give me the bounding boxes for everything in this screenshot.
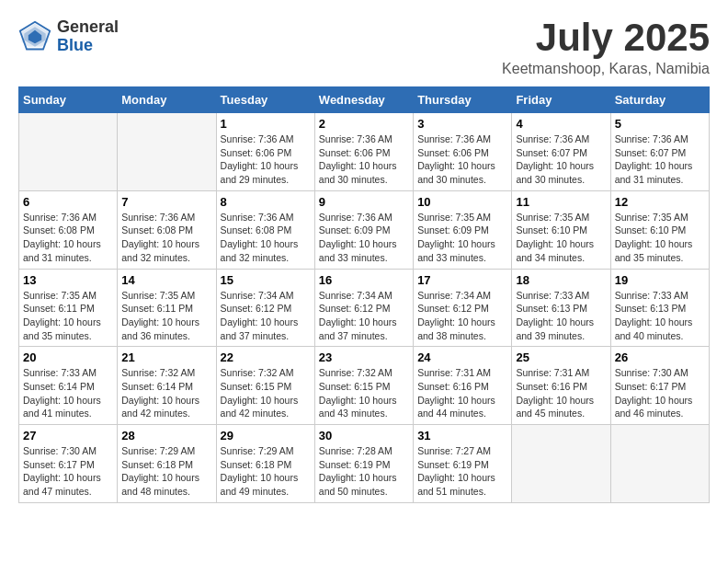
calendar-cell: 21Sunrise: 7:32 AMSunset: 6:14 PMDayligh… <box>118 347 216 425</box>
day-number: 11 <box>516 195 606 209</box>
calendar-cell: 11Sunrise: 7:35 AMSunset: 6:10 PMDayligh… <box>512 190 610 269</box>
logo-icon <box>18 20 51 53</box>
day-info: Sunrise: 7:35 AMSunset: 6:09 PMDaylight:… <box>417 211 507 265</box>
calendar-cell: 29Sunrise: 7:29 AMSunset: 6:18 PMDayligh… <box>216 425 314 503</box>
day-number: 30 <box>319 429 409 442</box>
calendar-cell: 23Sunrise: 7:32 AMSunset: 6:15 PMDayligh… <box>314 347 413 425</box>
calendar-table: SundayMondayTuesdayWednesdayThursdayFrid… <box>18 86 710 503</box>
calendar-cell: 17Sunrise: 7:34 AMSunset: 6:12 PMDayligh… <box>414 269 512 347</box>
calendar-cell: 26Sunrise: 7:30 AMSunset: 6:17 PMDayligh… <box>610 347 709 425</box>
day-info: Sunrise: 7:31 AMSunset: 6:16 PMDaylight:… <box>417 366 507 420</box>
calendar-cell: 22Sunrise: 7:32 AMSunset: 6:15 PMDayligh… <box>216 347 314 425</box>
calendar-week-row: 6Sunrise: 7:36 AMSunset: 6:08 PMDaylight… <box>19 190 710 269</box>
calendar-cell: 6Sunrise: 7:36 AMSunset: 6:08 PMDaylight… <box>19 190 118 269</box>
day-number: 19 <box>615 273 705 287</box>
calendar-cell: 4Sunrise: 7:36 AMSunset: 6:07 PMDaylight… <box>512 113 610 191</box>
day-number: 21 <box>121 350 211 364</box>
day-number: 16 <box>319 273 409 287</box>
day-info: Sunrise: 7:36 AMSunset: 6:06 PMDaylight:… <box>319 132 409 187</box>
day-number: 26 <box>615 350 705 364</box>
day-info: Sunrise: 7:36 AMSunset: 6:09 PMDaylight:… <box>319 211 409 265</box>
day-info: Sunrise: 7:36 AMSunset: 6:06 PMDaylight:… <box>221 132 311 187</box>
weekday-header: Monday <box>118 87 216 113</box>
logo-text: General Blue <box>57 18 119 55</box>
weekday-header: Saturday <box>610 87 709 113</box>
day-info: Sunrise: 7:27 AMSunset: 6:19 PMDaylight:… <box>417 444 507 499</box>
day-number: 29 <box>221 429 311 442</box>
calendar-week-row: 27Sunrise: 7:30 AMSunset: 6:17 PMDayligh… <box>19 425 710 503</box>
calendar-cell: 7Sunrise: 7:36 AMSunset: 6:08 PMDaylight… <box>118 190 216 269</box>
day-number: 7 <box>121 195 211 209</box>
calendar-cell: 2Sunrise: 7:36 AMSunset: 6:06 PMDaylight… <box>314 113 413 191</box>
day-number: 15 <box>221 273 311 287</box>
day-number: 14 <box>121 273 211 287</box>
day-info: Sunrise: 7:36 AMSunset: 6:08 PMDaylight:… <box>121 211 211 265</box>
day-number: 24 <box>417 350 507 364</box>
day-number: 8 <box>221 195 311 209</box>
weekday-header-row: SundayMondayTuesdayWednesdayThursdayFrid… <box>19 87 710 113</box>
day-info: Sunrise: 7:35 AMSunset: 6:11 PMDaylight:… <box>121 289 211 343</box>
day-info: Sunrise: 7:36 AMSunset: 6:06 PMDaylight:… <box>417 132 507 187</box>
day-info: Sunrise: 7:29 AMSunset: 6:18 PMDaylight:… <box>121 444 211 499</box>
day-number: 10 <box>417 195 507 209</box>
calendar-cell: 13Sunrise: 7:35 AMSunset: 6:11 PMDayligh… <box>19 269 118 347</box>
calendar-cell: 5Sunrise: 7:36 AMSunset: 6:07 PMDaylight… <box>610 113 709 191</box>
weekday-header: Sunday <box>19 87 118 113</box>
calendar-cell: 18Sunrise: 7:33 AMSunset: 6:13 PMDayligh… <box>512 269 610 347</box>
day-number: 9 <box>319 195 409 209</box>
day-info: Sunrise: 7:31 AMSunset: 6:16 PMDaylight:… <box>516 366 606 420</box>
calendar-cell: 9Sunrise: 7:36 AMSunset: 6:09 PMDaylight… <box>314 190 413 269</box>
calendar-cell: 12Sunrise: 7:35 AMSunset: 6:10 PMDayligh… <box>610 190 709 269</box>
day-info: Sunrise: 7:28 AMSunset: 6:19 PMDaylight:… <box>319 444 409 499</box>
day-number: 17 <box>417 273 507 287</box>
calendar-week-row: 1Sunrise: 7:36 AMSunset: 6:06 PMDaylight… <box>19 113 710 191</box>
title-block: July 2025 Keetmanshoop, Karas, Namibia <box>502 18 710 77</box>
calendar-cell: 24Sunrise: 7:31 AMSunset: 6:16 PMDayligh… <box>414 347 512 425</box>
day-number: 1 <box>221 117 311 131</box>
calendar-cell: 14Sunrise: 7:35 AMSunset: 6:11 PMDayligh… <box>118 269 216 347</box>
day-number: 5 <box>615 117 705 131</box>
calendar-subtitle: Keetmanshoop, Karas, Namibia <box>502 61 710 77</box>
calendar-cell: 31Sunrise: 7:27 AMSunset: 6:19 PMDayligh… <box>414 425 512 503</box>
calendar-cell: 3Sunrise: 7:36 AMSunset: 6:06 PMDaylight… <box>414 113 512 191</box>
day-info: Sunrise: 7:33 AMSunset: 6:13 PMDaylight:… <box>615 289 705 343</box>
calendar-cell: 1Sunrise: 7:36 AMSunset: 6:06 PMDaylight… <box>216 113 314 191</box>
day-info: Sunrise: 7:36 AMSunset: 6:08 PMDaylight:… <box>23 211 113 265</box>
calendar-cell: 20Sunrise: 7:33 AMSunset: 6:14 PMDayligh… <box>19 347 118 425</box>
day-info: Sunrise: 7:35 AMSunset: 6:10 PMDaylight:… <box>516 211 606 265</box>
day-number: 6 <box>23 195 113 209</box>
day-info: Sunrise: 7:33 AMSunset: 6:14 PMDaylight:… <box>23 366 113 420</box>
day-number: 18 <box>516 273 606 287</box>
logo-general: General <box>57 18 119 37</box>
day-info: Sunrise: 7:32 AMSunset: 6:14 PMDaylight:… <box>121 366 211 420</box>
day-info: Sunrise: 7:36 AMSunset: 6:07 PMDaylight:… <box>516 132 606 187</box>
day-number: 3 <box>417 117 507 131</box>
day-info: Sunrise: 7:30 AMSunset: 6:17 PMDaylight:… <box>23 444 113 499</box>
day-info: Sunrise: 7:34 AMSunset: 6:12 PMDaylight:… <box>417 289 507 343</box>
day-info: Sunrise: 7:29 AMSunset: 6:18 PMDaylight:… <box>221 444 311 499</box>
calendar-cell: 19Sunrise: 7:33 AMSunset: 6:13 PMDayligh… <box>610 269 709 347</box>
day-number: 22 <box>221 350 311 364</box>
calendar-cell <box>19 113 118 191</box>
calendar-cell: 10Sunrise: 7:35 AMSunset: 6:09 PMDayligh… <box>414 190 512 269</box>
day-number: 25 <box>516 350 606 364</box>
weekday-header: Thursday <box>414 87 512 113</box>
day-number: 13 <box>23 273 113 287</box>
day-number: 28 <box>121 429 211 442</box>
calendar-cell: 28Sunrise: 7:29 AMSunset: 6:18 PMDayligh… <box>118 425 216 503</box>
calendar-cell <box>512 425 610 503</box>
page-header: General Blue July 2025 Keetmanshoop, Kar… <box>18 18 710 77</box>
weekday-header: Friday <box>512 87 610 113</box>
day-number: 20 <box>23 350 113 364</box>
weekday-header: Tuesday <box>216 87 314 113</box>
calendar-title: July 2025 <box>502 18 710 57</box>
day-info: Sunrise: 7:36 AMSunset: 6:08 PMDaylight:… <box>221 211 311 265</box>
calendar-week-row: 20Sunrise: 7:33 AMSunset: 6:14 PMDayligh… <box>19 347 710 425</box>
day-info: Sunrise: 7:33 AMSunset: 6:13 PMDaylight:… <box>516 289 606 343</box>
day-number: 4 <box>516 117 606 131</box>
calendar-cell <box>118 113 216 191</box>
day-info: Sunrise: 7:36 AMSunset: 6:07 PMDaylight:… <box>615 132 705 187</box>
calendar-cell: 30Sunrise: 7:28 AMSunset: 6:19 PMDayligh… <box>314 425 413 503</box>
day-info: Sunrise: 7:32 AMSunset: 6:15 PMDaylight:… <box>221 366 311 420</box>
day-info: Sunrise: 7:34 AMSunset: 6:12 PMDaylight:… <box>221 289 311 343</box>
